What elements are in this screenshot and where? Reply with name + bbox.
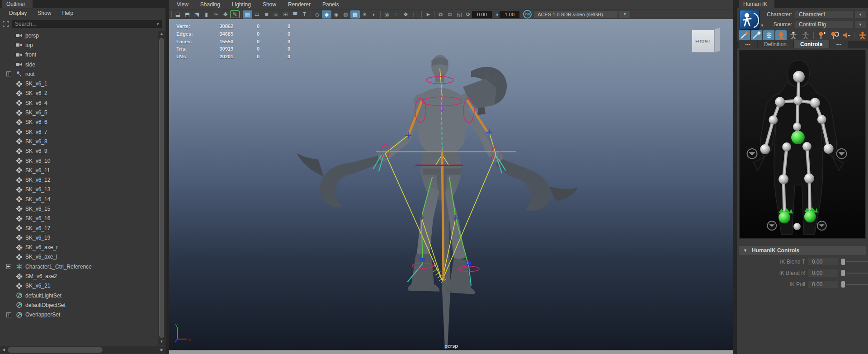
panel-divider[interactable] (165, 0, 169, 354)
gamma-icon[interactable]: ◑ (495, 11, 498, 18)
search-scope-icon[interactable] (2, 20, 10, 28)
scrollbar-thumb[interactable] (8, 347, 103, 353)
character-map[interactable] (739, 50, 866, 239)
humanik-logo-icon[interactable] (740, 10, 760, 30)
outliner-item-sk_v6_4[interactable]: SK_v6_4 (0, 98, 156, 108)
stance-pose-icon[interactable] (857, 30, 868, 40)
source-select[interactable]: Control Rig (795, 20, 854, 28)
bookmark-icon[interactable]: ▮ (202, 10, 211, 19)
menu-show[interactable]: Show (257, 0, 282, 9)
smooth-shade-all-icon[interactable]: ◆ (322, 10, 331, 19)
full-body-mode-icon[interactable] (775, 30, 787, 40)
safe-action-icon[interactable]: ◚ (290, 10, 300, 19)
outliner-tab[interactable]: Outliner (2, 0, 33, 8)
expand-plus-icon[interactable] (6, 264, 11, 269)
section-header[interactable]: ▼ HumanIK Controls (739, 246, 866, 255)
slider-handle[interactable] (841, 270, 845, 276)
slider-handle[interactable] (841, 259, 845, 265)
field-value[interactable]: 0.00 (808, 280, 839, 288)
outliner-vertical-scrollbar[interactable]: ▲ ▼ (158, 31, 165, 345)
wireframe-icon[interactable]: ◇ (312, 10, 322, 19)
search-input[interactable] (12, 21, 154, 27)
gate-mask-icon[interactable]: ▣ (271, 10, 281, 19)
grid-icon[interactable]: ▦ (243, 10, 252, 19)
tear-off-icon[interactable]: ⧉ (436, 10, 445, 19)
camera-attributes-icon[interactable]: ⬔ (192, 10, 202, 19)
film-gate-icon[interactable]: ▭ (252, 10, 262, 19)
colorspace-dropdown[interactable]: ACES 1.0 SDR-video (sRGB) (534, 10, 618, 19)
expand-plus-icon[interactable] (6, 71, 11, 76)
chevron-down-icon[interactable]: ▼ (854, 20, 866, 28)
outliner-horizontal-scrollbar[interactable]: ◀ ▶ (0, 346, 165, 354)
tab-controls[interactable]: Controls (794, 40, 829, 48)
wireframe-on-shaded-icon[interactable]: ◈ (331, 10, 341, 19)
image-plane-icon[interactable]: ✑ (211, 10, 221, 19)
outliner-item-sk_v6_axe_l[interactable]: SK_v6_axe_l (0, 252, 156, 262)
scroll-down-icon[interactable]: ▼ (158, 339, 165, 345)
skeleton-mode-icon[interactable] (763, 30, 774, 40)
outliner-item-sk_v6_6[interactable]: SK_v6_6 (0, 118, 156, 127)
color-management-toggle[interactable]: ON (523, 10, 532, 19)
outliner-item-sk_v6_11[interactable]: SK_v6_11 (0, 165, 156, 175)
outliner-item-overlapperset[interactable]: OverlapperSet (0, 310, 156, 320)
outliner-item-sk_v6_8[interactable]: SK_v6_8 (0, 137, 156, 146)
outliner-item-sk_v6_5[interactable]: SK_v6_5 (0, 108, 156, 117)
lock-camera-icon[interactable]: ⬒ (183, 10, 192, 19)
outliner-item-sk_v6_10[interactable]: SK_v6_10 (0, 156, 156, 165)
character-select[interactable]: Character1 (795, 10, 854, 19)
outliner-item-sk_v6_13[interactable]: SK_v6_13 (0, 185, 156, 194)
select-camera-icon[interactable]: ⬓ (173, 10, 183, 19)
grease-pencil-icon[interactable]: ✎ (230, 10, 240, 18)
field-slider[interactable] (841, 281, 865, 288)
character-model[interactable]: TR TR (169, 19, 733, 350)
menu-shading[interactable]: Shading (194, 0, 226, 9)
textured-icon[interactable]: ◍ (341, 10, 350, 19)
tab-dash[interactable]: --- (739, 40, 757, 48)
gamma-field[interactable] (500, 11, 519, 18)
use-default-material-icon[interactable]: ▩ (350, 10, 360, 19)
menu-help[interactable]: Help (57, 9, 79, 18)
menu-view[interactable]: View (171, 0, 194, 9)
outliner-item-sk_v6_17[interactable]: SK_v6_17 (0, 223, 156, 233)
outliner-item-persp[interactable]: persp (0, 31, 156, 40)
key-bone-ik-icon[interactable] (739, 30, 750, 40)
menu-panels[interactable]: Panels (316, 0, 345, 9)
menu-renderer[interactable]: Renderer (282, 0, 316, 9)
field-value[interactable]: 0.00 (808, 269, 839, 277)
outliner-item-sk_v6_7[interactable]: SK_v6_7 (0, 127, 156, 137)
selection-mode-icon[interactable] (800, 30, 811, 40)
tab-definition[interactable]: Definition (758, 40, 793, 48)
outliner-item-sk_v6_15[interactable]: SK_v6_15 (0, 204, 156, 213)
key-bone-fk-icon[interactable] (751, 30, 762, 40)
outliner-item-sk_v6_9[interactable]: SK_v6_9 (0, 146, 156, 156)
outliner-item-sk_v6_19[interactable]: SK_v6_19 (0, 233, 156, 242)
isolate-select-icon[interactable]: ➤ (423, 10, 433, 19)
outliner-item-front[interactable]: front (0, 50, 156, 60)
menu-lighting[interactable]: Lighting (226, 0, 257, 9)
pin-translate-icon[interactable] (816, 30, 827, 40)
view-cube-front-face[interactable]: FRONT (692, 30, 714, 52)
outliner-item-sk_v6_16[interactable]: SK_v6_16 (0, 214, 156, 223)
pan-zoom-2d-icon[interactable]: ✥ (221, 10, 230, 19)
shadows-icon[interactable]: ◐ (369, 10, 379, 19)
exposure-icon[interactable]: ⟳ (466, 11, 471, 18)
outliner-item-sk_v6_21[interactable]: SK_v6_21 (0, 281, 156, 291)
depth-of-field-icon[interactable]: ▢ (410, 10, 420, 19)
collapse-triangle-icon[interactable]: ▼ (743, 248, 747, 253)
viewport-canvas[interactable]: TR TR Verts:3086200Edges:3468500Faces:15… (169, 19, 733, 350)
outliner-item-character1_ctrl_reference[interactable]: Character1_Ctrl_Reference (0, 262, 156, 271)
search-dropdown-icon[interactable]: ▼ (154, 22, 161, 26)
outliner-item-defaultlightset[interactable]: defaultLightSet (0, 291, 156, 300)
field-chart-icon[interactable]: ⊞ (281, 10, 290, 19)
pin-rotate-icon[interactable] (828, 30, 840, 40)
outliner-item-top[interactable]: top (0, 40, 156, 50)
screen-space-ao-icon[interactable]: ◎ (382, 10, 392, 19)
mute-icon[interactable] (840, 30, 852, 40)
safe-title-icon[interactable]: T (300, 10, 309, 19)
field-slider[interactable] (841, 259, 865, 265)
humanik-tab[interactable]: Human IK (739, 0, 774, 8)
outliner-item-sk_v6_12[interactable]: SK_v6_12 (0, 175, 156, 184)
panel-divider[interactable] (733, 0, 737, 354)
scroll-right-icon[interactable]: ▶ (159, 346, 165, 354)
outliner-item-side[interactable]: side (0, 60, 156, 69)
